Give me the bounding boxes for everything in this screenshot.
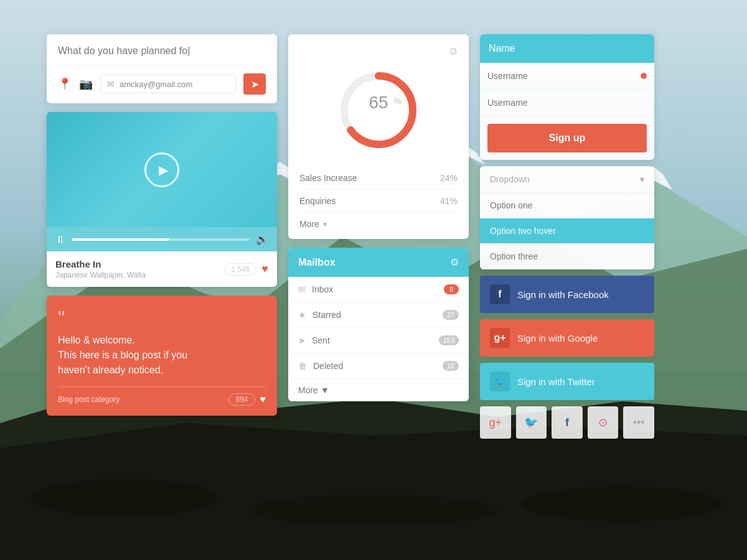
quote-mark: ": [58, 308, 266, 328]
sent-icon: ➤: [298, 335, 306, 345]
mailbox-header: Mailbox ⚙: [288, 248, 469, 277]
play-button[interactable]: [144, 152, 179, 187]
gplus-social-button[interactable]: g+: [480, 406, 511, 439]
mail-row-inbox[interactable]: ✉ Inbox 8: [288, 277, 469, 302]
twitter-label: Sign in with Twitter: [517, 376, 595, 387]
volume-icon[interactable]: 🔊: [256, 233, 268, 245]
donut-symbol: %: [394, 96, 402, 106]
form-card: Name Sign up: [480, 34, 654, 160]
facebook-icon: f: [490, 284, 510, 304]
column-2: ⚙ 65 % Sales Increase: [288, 34, 469, 401]
progress-fill: [72, 238, 169, 241]
chart-header: ⚙: [299, 45, 458, 57]
inbox-badge: 8: [444, 284, 459, 294]
mailbox-card: Mailbox ⚙ ✉ Inbox 8 ★ Starred 27 ➤: [288, 248, 469, 401]
blog-meta: 894 ♥: [228, 393, 266, 406]
username-input-wrap-1: [480, 63, 654, 90]
inbox-icon: ✉: [298, 284, 306, 294]
stat-value-enquiries: 41%: [440, 196, 458, 206]
name-label: Name: [489, 43, 515, 54]
mail-row-sent[interactable]: ➤ Sent 153: [288, 328, 469, 353]
google-label: Sign in with Google: [517, 333, 598, 343]
donut-percent: 65: [369, 93, 388, 112]
chart-gear-icon[interactable]: ⚙: [449, 45, 458, 57]
progress-bar[interactable]: [72, 238, 250, 241]
dropdown-header[interactable]: Dropdown ▾: [480, 166, 654, 193]
stat-value-sales: 24%: [440, 173, 458, 183]
mailbox-more-button[interactable]: More ▼: [288, 379, 339, 401]
deleted-badge: 16: [443, 361, 459, 371]
more-caret-icon: ▼: [322, 221, 328, 228]
blog-footer: Blog post category 894 ♥: [58, 386, 266, 406]
blog-count: 894: [228, 393, 255, 406]
track-title: Breathe In: [55, 259, 146, 269]
sent-label: Sent: [312, 335, 330, 345]
facebook-sq-icon: f: [565, 416, 569, 429]
player-video-area: [47, 112, 277, 227]
option-1-label: Option one: [490, 200, 533, 210]
username-input-2[interactable]: [487, 90, 647, 116]
dribbble-social-button[interactable]: ⊙: [588, 406, 619, 439]
heart-icon[interactable]: ♥: [261, 263, 268, 276]
track-meta: 1,546 ♥: [224, 263, 268, 276]
facebook-login-button[interactable]: f Sign in with Facebook: [480, 276, 654, 313]
email-input[interactable]: [120, 80, 229, 89]
camera-icon[interactable]: 📷: [79, 77, 93, 91]
dropdown-option-3[interactable]: Option three: [480, 244, 654, 269]
dropdown-option-2[interactable]: Option two hover: [480, 218, 654, 244]
deleted-label: Deleted: [313, 361, 343, 371]
post-card: 📍 📷 ✉ ➤: [47, 34, 277, 103]
twitter-sq-icon: 🐦: [524, 416, 538, 429]
mailbox-gear-icon[interactable]: ⚙: [450, 256, 459, 268]
starred-label: Starred: [312, 310, 341, 320]
email-input-wrap: ✉: [100, 75, 236, 93]
google-login-button[interactable]: g+ Sign in with Google: [480, 319, 654, 357]
dropdown-option-1[interactable]: Option one: [480, 193, 654, 218]
social-icons-row: g+ 🐦 f ⊙ •••: [480, 406, 654, 439]
mail-sent-left: ➤ Sent: [298, 335, 330, 345]
blog-text: Hello & welcome. This here is a blog pos…: [58, 333, 266, 378]
donut-wrap: 65 %: [299, 63, 458, 157]
twitter-social-button[interactable]: 🐦: [516, 406, 547, 439]
star-icon: ★: [298, 310, 306, 320]
send-icon: ➤: [251, 78, 259, 90]
post-actions: 📍 📷 ✉ ➤: [58, 65, 266, 95]
trash-icon: 🗑: [298, 361, 307, 371]
post-input[interactable]: [58, 45, 266, 57]
name-button[interactable]: Name: [480, 34, 654, 63]
option-3-label: Option three: [490, 251, 538, 261]
chart-more-button[interactable]: More ▼: [299, 219, 328, 229]
signup-label: Sign up: [549, 133, 586, 143]
envelope-icon: ✉: [107, 79, 115, 89]
like-count: 1,546: [224, 263, 256, 276]
location-icon[interactable]: 📍: [58, 77, 72, 91]
more-label: More: [299, 219, 319, 229]
player-info: Breathe In Japanese Wallpaper, Wafia 1,5…: [47, 251, 277, 287]
donut-chart: 65 %: [332, 63, 425, 157]
player-controls: ⏸ 🔊: [47, 227, 277, 251]
blog-heart-icon[interactable]: ♥: [260, 394, 266, 405]
facebook-social-button[interactable]: f: [552, 406, 583, 439]
mail-row-starred[interactable]: ★ Starred 27: [288, 302, 469, 328]
mail-more-caret: ▼: [321, 385, 329, 395]
username-input-wrap-2: [480, 90, 654, 116]
column-1: 📍 📷 ✉ ➤ ⏸ 🔊: [47, 34, 277, 416]
mail-row-deleted[interactable]: 🗑 Deleted 16: [288, 353, 469, 379]
mail-starred-left: ★ Starred: [298, 310, 341, 320]
dropdown-card: Dropdown ▾ Option one Option two hover O…: [480, 166, 654, 269]
signup-button[interactable]: Sign up: [487, 124, 647, 152]
more-social-button[interactable]: •••: [623, 406, 654, 439]
starred-badge: 27: [443, 310, 459, 320]
dropdown-caret-icon: ▾: [640, 174, 644, 184]
inbox-label: Inbox: [312, 284, 333, 294]
twitter-login-button[interactable]: 🐦 Sign in with Twitter: [480, 363, 654, 400]
stats-list: Sales Increase 24% Enquiries 41%: [299, 167, 458, 213]
stat-row-sales: Sales Increase 24%: [299, 167, 458, 190]
send-button[interactable]: ➤: [243, 73, 266, 95]
mailbox-title: Mailbox: [298, 257, 336, 268]
twitter-icon: 🐦: [490, 371, 510, 391]
pause-button[interactable]: ⏸: [55, 234, 65, 245]
dropdown-label: Dropdown: [490, 174, 530, 184]
blog-category: Blog post category: [58, 395, 120, 404]
username-input-1[interactable]: [487, 63, 641, 89]
